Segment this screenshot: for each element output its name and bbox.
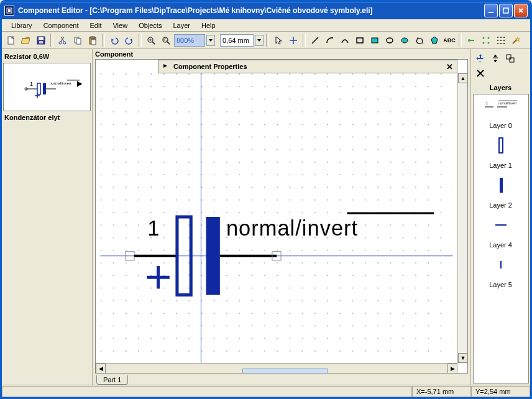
layers-list[interactable]: 1normal/invert Layer 0 Layer 1 Layer 2 L… — [473, 94, 529, 383]
flip-v-icon[interactable] — [488, 52, 502, 65]
layer-0[interactable]: Layer 0 — [474, 117, 528, 134]
svg-point-27 — [497, 37, 498, 38]
layer-preview-1[interactable] — [495, 134, 507, 157]
lib-preview[interactable]: 1 normal/invert — [3, 63, 91, 111]
rect-filled-tool[interactable] — [368, 34, 382, 47]
svg-point-32 — [503, 40, 505, 41]
undo-button[interactable] — [108, 34, 121, 47]
zoom-combo[interactable]: 800% — [174, 34, 205, 47]
zoom-window-button[interactable] — [159, 34, 173, 47]
layer-1[interactable]: Layer 1 — [474, 157, 528, 174]
maximize-button[interactable] — [499, 4, 513, 17]
menu-objects[interactable]: Objects — [133, 21, 167, 30]
menu-layer[interactable]: Layer — [167, 21, 196, 30]
arc-tool[interactable] — [323, 34, 337, 47]
scroll-right-button[interactable]: ▶ — [447, 364, 457, 374]
layer-preview-0[interactable]: 1normal/invert — [482, 94, 520, 117]
poly-tool[interactable] — [413, 34, 426, 47]
svg-point-25 — [483, 42, 485, 44]
ellipse-filled-tool[interactable] — [398, 34, 411, 47]
menu-component[interactable]: Component — [38, 21, 85, 30]
pin-tool[interactable] — [464, 34, 478, 47]
ellipse-tool[interactable] — [383, 34, 397, 47]
scroll-down-button[interactable]: ▼ — [458, 353, 468, 363]
svg-point-22 — [468, 39, 470, 42]
copy-button[interactable] — [71, 34, 85, 47]
delete-layer-icon[interactable] — [474, 66, 487, 80]
close-button[interactable] — [514, 4, 528, 17]
poly-filled-tool[interactable] — [428, 34, 441, 47]
lib-pin-num: 1 — [30, 81, 33, 87]
text-tool[interactable]: ABC — [443, 34, 456, 47]
layer-5[interactable]: Layer 5 — [474, 276, 528, 293]
horizontal-scrollbar[interactable]: ◀ ▶ — [96, 363, 457, 373]
group-icon[interactable] — [503, 52, 517, 65]
zoom-in-button[interactable] — [144, 34, 158, 47]
menu-library[interactable]: Library — [6, 21, 38, 30]
rect-tool[interactable] — [353, 34, 367, 47]
v-scroll-track[interactable] — [458, 83, 467, 353]
pointer-tool[interactable] — [272, 34, 285, 47]
toolbar-separator — [50, 34, 53, 47]
scroll-up-button[interactable]: ▲ — [458, 73, 468, 83]
work-area: Rezistor 0,6W 1 normal/invert Kondenzáto… — [2, 49, 530, 385]
h-scroll-thumb[interactable] — [242, 369, 328, 374]
svg-rect-59 — [510, 58, 514, 62]
svg-point-31 — [500, 40, 502, 41]
cut-button[interactable] — [56, 34, 70, 47]
svg-rect-1 — [8, 9, 11, 12]
toolbar: 800% 0,64 mm ABC — [2, 32, 530, 49]
svg-rect-19 — [372, 38, 378, 43]
svg-point-8 — [59, 42, 62, 44]
grid-value: 0,64 mm — [222, 37, 249, 44]
svg-rect-38 — [37, 83, 40, 94]
grid-dropdown-arrow[interactable] — [255, 35, 264, 46]
toolbar-separator — [102, 34, 105, 47]
svg-point-33 — [497, 43, 498, 44]
new-button[interactable] — [4, 34, 18, 47]
text-icon: ABC — [443, 37, 456, 44]
component-properties-bar[interactable]: Component Properties ✕ — [158, 60, 457, 73]
move-tool-icon[interactable] — [474, 52, 487, 65]
svg-rect-11 — [76, 39, 81, 44]
scroll-left-button[interactable]: ◀ — [96, 364, 106, 374]
redo-button[interactable] — [122, 34, 136, 47]
wizard-tool[interactable] — [509, 34, 523, 47]
titlebar: Component Editor - [C:\Program Files\Dip… — [2, 2, 530, 19]
layer-4[interactable]: Layer 4 — [474, 236, 528, 254]
pin-array-tool[interactable] — [479, 34, 493, 47]
canvas[interactable]: Component Properties ✕ — [95, 59, 468, 374]
svg-text:1: 1 — [486, 101, 488, 105]
menu-view[interactable]: View — [107, 21, 133, 30]
lib-item-resistor[interactable]: Rezistor 0,6W — [3, 50, 91, 63]
svg-point-26 — [488, 42, 490, 44]
vertical-scrollbar[interactable]: ▲ ▼ — [457, 73, 467, 363]
grid-dense-tool[interactable] — [494, 34, 508, 47]
origin-tool[interactable] — [287, 34, 300, 47]
svg-point-21 — [401, 38, 408, 43]
layer-preview-2[interactable] — [495, 174, 507, 196]
lib-item-capacitor[interactable]: Kondenzátor elyt — [3, 111, 91, 124]
grid-combo[interactable]: 0,64 mm — [220, 34, 254, 47]
paste-button[interactable] — [86, 34, 99, 47]
line-tool[interactable] — [308, 34, 322, 47]
menu-edit[interactable]: Edit — [85, 21, 108, 30]
svg-rect-13 — [91, 37, 94, 39]
arc3-tool[interactable] — [338, 34, 352, 47]
minimize-button[interactable] — [484, 4, 498, 17]
save-button[interactable] — [34, 34, 48, 47]
svg-point-16 — [163, 37, 168, 42]
layer-preview-5[interactable] — [496, 254, 506, 276]
canvas-drawing[interactable]: 1 normal/invert — [96, 73, 457, 363]
tab-part1[interactable]: Part 1 — [96, 375, 128, 385]
properties-close-icon[interactable]: ✕ — [446, 62, 453, 71]
svg-text:normal/invert: normal/invert — [498, 101, 517, 105]
expand-arrow-icon[interactable] — [162, 63, 168, 70]
layer-preview-4[interactable] — [492, 214, 510, 236]
toolbar-separator — [139, 34, 142, 47]
menu-help[interactable]: Help — [196, 21, 221, 30]
zoom-dropdown-arrow[interactable] — [206, 35, 215, 46]
status-y: Y=2,54 mm — [471, 386, 530, 397]
open-button[interactable] — [19, 34, 33, 47]
layer-2[interactable]: Layer 2 — [474, 196, 528, 214]
